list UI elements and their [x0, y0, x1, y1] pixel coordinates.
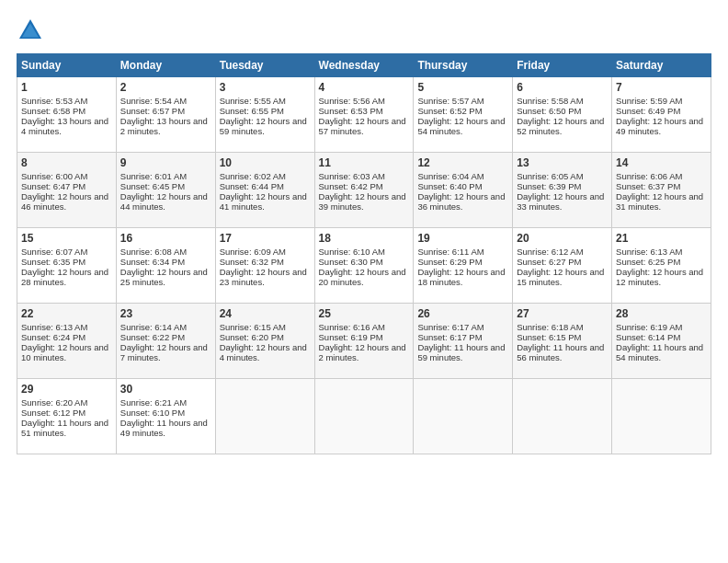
- sunrise-label: Sunrise: 5:56 AM: [319, 96, 385, 106]
- day-number: 2: [120, 81, 211, 94]
- sunrise-label: Sunrise: 5:53 AM: [21, 96, 87, 106]
- sunset-label: Sunset: 6:24 PM: [21, 332, 85, 342]
- sunrise-label: Sunrise: 5:54 AM: [120, 96, 187, 106]
- sunset-label: Sunset: 6:14 PM: [616, 332, 680, 342]
- header: [17, 17, 711, 44]
- sunrise-label: Sunrise: 6:13 AM: [616, 247, 682, 257]
- daylight-label: Daylight: 12 hours and 12 minutes.: [616, 267, 703, 287]
- day-number: 30: [120, 383, 211, 396]
- day-number: 23: [120, 307, 211, 320]
- daylight-label: Daylight: 12 hours and 52 minutes.: [517, 116, 604, 136]
- table-row: 19 Sunrise: 6:11 AM Sunset: 6:29 PM Dayl…: [414, 228, 513, 304]
- col-friday: Friday: [513, 54, 612, 77]
- sunrise-label: Sunrise: 5:57 AM: [417, 96, 483, 106]
- sunrise-label: Sunrise: 6:01 AM: [120, 171, 187, 181]
- day-number: 8: [21, 156, 112, 169]
- sunset-label: Sunset: 6:17 PM: [417, 332, 482, 342]
- day-number: 27: [517, 307, 608, 320]
- day-number: 12: [417, 156, 508, 169]
- sunrise-label: Sunrise: 5:59 AM: [616, 96, 682, 106]
- daylight-label: Daylight: 11 hours and 54 minutes.: [616, 342, 703, 362]
- sunset-label: Sunset: 6:27 PM: [517, 257, 581, 267]
- daylight-label: Daylight: 12 hours and 25 minutes.: [120, 267, 208, 287]
- daylight-label: Daylight: 13 hours and 4 minutes.: [21, 116, 108, 136]
- day-number: 20: [517, 232, 608, 245]
- calendar-table: Sunday Monday Tuesday Wednesday Thursday…: [17, 53, 711, 454]
- daylight-label: Daylight: 12 hours and 36 minutes.: [417, 191, 505, 212]
- table-row: 4 Sunrise: 5:56 AM Sunset: 6:53 PM Dayli…: [314, 77, 414, 153]
- table-row: 28 Sunrise: 6:19 AM Sunset: 6:14 PM Dayl…: [612, 304, 711, 379]
- sunset-label: Sunset: 6:12 PM: [21, 408, 85, 418]
- table-row: 21 Sunrise: 6:13 AM Sunset: 6:25 PM Dayl…: [612, 228, 711, 304]
- sunrise-label: Sunrise: 6:03 AM: [319, 171, 385, 181]
- sunrise-label: Sunrise: 6:02 AM: [220, 171, 286, 181]
- table-row: 22 Sunrise: 6:13 AM Sunset: 6:24 PM Dayl…: [17, 304, 117, 379]
- table-row: [513, 379, 612, 454]
- page: Sunday Monday Tuesday Wednesday Thursday…: [0, 0, 728, 464]
- table-row: [414, 379, 513, 454]
- sunset-label: Sunset: 6:30 PM: [319, 257, 383, 267]
- logo: [17, 17, 48, 44]
- day-number: 22: [21, 307, 112, 320]
- daylight-label: Daylight: 12 hours and 7 minutes.: [120, 342, 208, 362]
- day-number: 4: [319, 81, 410, 94]
- sunrise-label: Sunrise: 6:19 AM: [616, 322, 682, 332]
- col-thursday: Thursday: [414, 54, 513, 77]
- daylight-label: Daylight: 12 hours and 31 minutes.: [616, 191, 703, 212]
- daylight-label: Daylight: 12 hours and 4 minutes.: [220, 342, 307, 362]
- daylight-label: Daylight: 12 hours and 57 minutes.: [319, 116, 406, 136]
- sunrise-label: Sunrise: 5:55 AM: [220, 96, 286, 106]
- sunset-label: Sunset: 6:53 PM: [319, 106, 383, 116]
- sunrise-label: Sunrise: 6:05 AM: [517, 171, 583, 181]
- table-row: 17 Sunrise: 6:09 AM Sunset: 6:32 PM Dayl…: [215, 228, 314, 304]
- day-number: 28: [616, 307, 707, 320]
- calendar-row: 15 Sunrise: 6:07 AM Sunset: 6:35 PM Dayl…: [17, 228, 711, 304]
- table-row: 13 Sunrise: 6:05 AM Sunset: 6:39 PM Dayl…: [513, 153, 612, 228]
- day-number: 10: [220, 156, 311, 169]
- sunset-label: Sunset: 6:37 PM: [616, 181, 680, 191]
- table-row: 26 Sunrise: 6:17 AM Sunset: 6:17 PM Dayl…: [414, 304, 513, 379]
- sunrise-label: Sunrise: 5:58 AM: [517, 96, 583, 106]
- calendar-row: 29 Sunrise: 6:20 AM Sunset: 6:12 PM Dayl…: [17, 379, 711, 454]
- daylight-label: Daylight: 12 hours and 2 minutes.: [319, 342, 406, 362]
- col-wednesday: Wednesday: [314, 54, 414, 77]
- day-number: 9: [120, 156, 211, 169]
- day-number: 29: [21, 383, 112, 396]
- table-row: 15 Sunrise: 6:07 AM Sunset: 6:35 PM Dayl…: [17, 228, 117, 304]
- daylight-label: Daylight: 12 hours and 15 minutes.: [517, 267, 604, 287]
- sunrise-label: Sunrise: 6:13 AM: [21, 322, 87, 332]
- day-number: 15: [21, 232, 112, 245]
- sunrise-label: Sunrise: 6:09 AM: [220, 247, 286, 257]
- daylight-label: Daylight: 12 hours and 33 minutes.: [517, 191, 604, 212]
- table-row: 2 Sunrise: 5:54 AM Sunset: 6:57 PM Dayli…: [116, 77, 215, 153]
- sunset-label: Sunset: 6:29 PM: [417, 257, 482, 267]
- table-row: 24 Sunrise: 6:15 AM Sunset: 6:20 PM Dayl…: [215, 304, 314, 379]
- sunset-label: Sunset: 6:39 PM: [517, 181, 581, 191]
- sunset-label: Sunset: 6:15 PM: [517, 332, 581, 342]
- sunset-label: Sunset: 6:50 PM: [517, 106, 581, 116]
- sunrise-label: Sunrise: 6:07 AM: [21, 247, 87, 257]
- sunrise-label: Sunrise: 6:15 AM: [220, 322, 286, 332]
- sunset-label: Sunset: 6:42 PM: [319, 181, 383, 191]
- sunset-label: Sunset: 6:45 PM: [120, 181, 185, 191]
- sunrise-label: Sunrise: 6:11 AM: [417, 247, 483, 257]
- calendar-row: 22 Sunrise: 6:13 AM Sunset: 6:24 PM Dayl…: [17, 304, 711, 379]
- table-row: [612, 379, 711, 454]
- daylight-label: Daylight: 11 hours and 59 minutes.: [417, 342, 505, 362]
- daylight-label: Daylight: 12 hours and 20 minutes.: [319, 267, 406, 287]
- sunrise-label: Sunrise: 6:00 AM: [21, 171, 87, 181]
- table-row: 10 Sunrise: 6:02 AM Sunset: 6:44 PM Dayl…: [215, 153, 314, 228]
- daylight-label: Daylight: 12 hours and 28 minutes.: [21, 267, 108, 287]
- day-number: 11: [319, 156, 410, 169]
- sunset-label: Sunset: 6:35 PM: [21, 257, 85, 267]
- sunrise-label: Sunrise: 6:06 AM: [616, 171, 682, 181]
- sunset-label: Sunset: 6:52 PM: [417, 106, 482, 116]
- table-row: 23 Sunrise: 6:14 AM Sunset: 6:22 PM Dayl…: [116, 304, 215, 379]
- table-row: 18 Sunrise: 6:10 AM Sunset: 6:30 PM Dayl…: [314, 228, 414, 304]
- sunset-label: Sunset: 6:19 PM: [319, 332, 383, 342]
- day-number: 25: [319, 307, 410, 320]
- table-row: 12 Sunrise: 6:04 AM Sunset: 6:40 PM Dayl…: [414, 153, 513, 228]
- sunset-label: Sunset: 6:10 PM: [120, 408, 185, 418]
- calendar-row: 1 Sunrise: 5:53 AM Sunset: 6:58 PM Dayli…: [17, 77, 711, 153]
- table-row: 16 Sunrise: 6:08 AM Sunset: 6:34 PM Dayl…: [116, 228, 215, 304]
